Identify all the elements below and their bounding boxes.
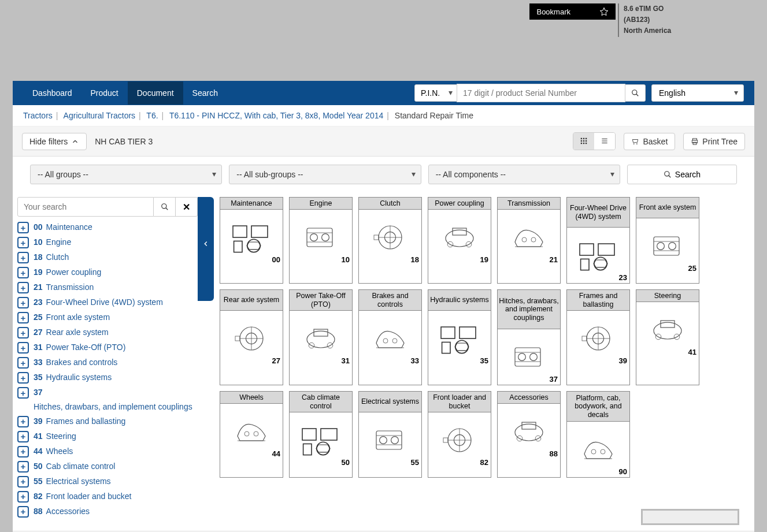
expand-icon[interactable]: + xyxy=(17,387,29,399)
tree-label: Cab climate control xyxy=(46,461,116,472)
breadcrumb: Tractors| Agricultural Tractors| T6.| T6… xyxy=(13,105,754,127)
filter-search-button[interactable]: Search xyxy=(627,165,737,184)
category-card[interactable]: Front loader and bucket 82 xyxy=(428,391,491,478)
expand-icon[interactable]: + xyxy=(17,222,29,233)
tree-item[interactable]: + 19 Power coupling xyxy=(17,265,198,280)
svg-point-68 xyxy=(455,340,468,353)
expand-icon[interactable]: + xyxy=(17,267,29,278)
card-number: 00 xyxy=(272,255,280,264)
expand-icon[interactable]: + xyxy=(17,461,29,473)
category-card[interactable]: Transmission 21 xyxy=(497,197,561,284)
basket-button[interactable]: Basket xyxy=(624,133,675,150)
tree-item[interactable]: + 18 Clutch xyxy=(17,250,198,265)
category-card[interactable]: Power coupling 19 xyxy=(428,197,491,284)
card-image: 27 xyxy=(220,311,283,366)
expand-icon[interactable]: + xyxy=(17,491,29,503)
category-card[interactable]: Hydraulic systems 35 xyxy=(428,289,491,385)
nav-search[interactable]: Search xyxy=(183,81,227,105)
groups-select[interactable]: -- All groups -- xyxy=(30,165,222,184)
tree-item[interactable]: + 37 Hitches, drawbars, and implement co… xyxy=(17,385,198,414)
nav-product[interactable]: Product xyxy=(81,81,128,105)
tree-item[interactable]: + 00 Maintenance xyxy=(17,220,198,235)
category-card[interactable]: Hitches, drawbars, and implement couplin… xyxy=(497,289,561,385)
expand-icon[interactable]: + xyxy=(17,342,29,354)
category-card[interactable]: Clutch 18 xyxy=(358,197,422,284)
tree-item[interactable]: + 33 Brakes and controls xyxy=(17,355,198,370)
search-icon xyxy=(161,203,169,211)
expand-icon[interactable]: + xyxy=(17,416,29,427)
breadcrumb-item[interactable]: T6.110 - PIN HCCZ, With cab, Tier 3, 8x8… xyxy=(169,111,383,120)
tree-item[interactable]: + 25 Front axle system xyxy=(17,310,198,325)
svg-point-104 xyxy=(591,449,596,454)
category-card[interactable]: Frames and ballasting 39 xyxy=(566,289,630,385)
category-card[interactable]: Rear axle system 27 xyxy=(220,289,283,385)
tree-item[interactable]: + 82 Front loader and bucket xyxy=(17,489,198,504)
category-card[interactable]: Steering 41 xyxy=(636,289,699,385)
tree-item[interactable]: + 10 Engine xyxy=(17,235,198,250)
expand-icon[interactable]: + xyxy=(17,446,29,457)
tree-item[interactable]: + 39 Frames and ballasting xyxy=(17,414,198,429)
tree-code: 23 xyxy=(34,297,43,308)
expand-icon[interactable]: + xyxy=(17,312,29,323)
category-card[interactable]: Cab climate control 50 xyxy=(289,391,353,478)
tree-item[interactable]: + 88 Accessories xyxy=(17,504,198,519)
breadcrumb-item[interactable]: Tractors xyxy=(23,111,53,120)
expand-icon[interactable]: + xyxy=(17,252,29,263)
category-card[interactable]: Four-Wheel Drive (4WD) system 23 xyxy=(566,197,630,284)
tree-search-input[interactable] xyxy=(17,197,154,217)
tree-item[interactable]: + 44 Wheels xyxy=(17,444,198,459)
tree-item[interactable]: + 41 Steering xyxy=(17,429,198,444)
expand-icon[interactable]: + xyxy=(17,431,29,442)
tree-search-clear-button[interactable]: ✕ xyxy=(176,197,198,217)
print-tree-button[interactable]: Print Tree xyxy=(683,133,745,150)
category-card[interactable]: Front axle system 25 xyxy=(636,197,699,284)
grid-view-button[interactable] xyxy=(573,133,594,150)
category-card[interactable]: Brakes and controls 33 xyxy=(358,289,422,385)
tree-item[interactable]: + 31 Power Take-Off (PTO) xyxy=(17,340,198,355)
category-card[interactable]: Engine 10 xyxy=(289,197,353,284)
nav-dashboard[interactable]: Dashboard xyxy=(23,81,81,105)
tree-item[interactable]: + 55 Electrical systems xyxy=(17,474,198,489)
expand-icon[interactable]: + xyxy=(17,282,29,293)
tree-item[interactable]: + 23 Four-Wheel Drive (4WD) system xyxy=(17,295,198,310)
pin-type-select[interactable]: P.I.N. xyxy=(414,84,457,102)
tree-label: Accessories xyxy=(46,506,90,517)
svg-point-26 xyxy=(247,240,260,252)
serial-search-button[interactable] xyxy=(625,84,646,102)
list-view-button[interactable] xyxy=(594,133,615,150)
toolbar: Hide filters NH CAB TIER 3 Basket Print … xyxy=(13,127,754,157)
expand-icon[interactable]: + xyxy=(17,237,29,248)
category-card[interactable]: Maintenance 00 xyxy=(220,197,283,284)
breadcrumb-item[interactable]: T6. xyxy=(146,111,158,120)
nav-document[interactable]: Document xyxy=(128,81,183,105)
tree-search-button[interactable] xyxy=(154,197,176,217)
tree-item[interactable]: + 21 Transmission xyxy=(17,280,198,295)
tree-code: 10 xyxy=(34,237,43,248)
tree-item[interactable]: + 27 Rear axle system xyxy=(17,325,198,340)
language-select[interactable]: English xyxy=(651,84,744,102)
expand-icon[interactable]: + xyxy=(17,372,29,384)
hide-filters-button[interactable]: Hide filters xyxy=(22,133,87,150)
category-card[interactable]: Wheels 44 xyxy=(220,391,283,478)
category-card[interactable]: Electrical systems 55 xyxy=(358,391,422,478)
svg-point-89 xyxy=(317,442,329,455)
expand-icon[interactable]: + xyxy=(17,297,29,308)
bookmark-button[interactable]: Bookmark xyxy=(529,3,616,20)
category-card[interactable]: Accessories 88 xyxy=(497,391,561,478)
tree-code: 41 xyxy=(34,431,43,442)
subgroups-select[interactable]: -- All sub-groups -- xyxy=(229,165,421,184)
tree-item[interactable]: + 50 Cab climate control xyxy=(17,459,198,474)
category-card[interactable]: Platform, cab, bodywork, and decals 90 xyxy=(566,391,630,478)
serial-input[interactable] xyxy=(457,84,625,102)
tree-item[interactable]: + 35 Hydraulic systems xyxy=(17,370,198,385)
sidebar-collapse-button[interactable] xyxy=(198,197,214,301)
breadcrumb-item[interactable]: Agricultural Tractors xyxy=(64,111,135,120)
expand-icon[interactable]: + xyxy=(17,506,29,518)
svg-rect-25 xyxy=(234,241,242,252)
expand-icon[interactable]: + xyxy=(17,327,29,338)
tree-code: 31 xyxy=(34,342,43,353)
category-card[interactable]: Power Take-Off (PTO) 31 xyxy=(289,289,353,385)
components-select[interactable]: -- All components -- xyxy=(428,165,620,184)
expand-icon[interactable]: + xyxy=(17,357,29,369)
expand-icon[interactable]: + xyxy=(17,476,29,488)
